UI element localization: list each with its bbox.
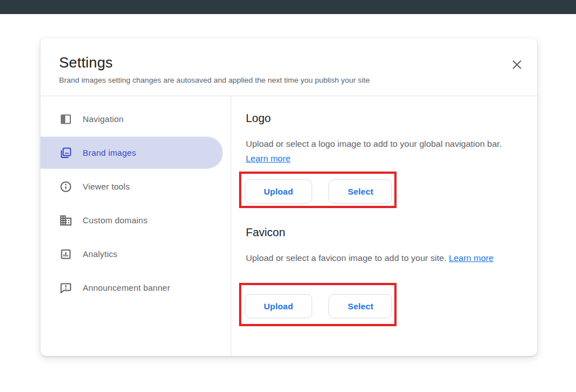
sidebar-item-label: Custom domains (83, 215, 147, 225)
announcement-icon (59, 281, 73, 295)
close-button[interactable] (510, 57, 524, 72)
sidebar-item-label: Analytics (83, 249, 118, 259)
logo-section-heading: Logo (246, 112, 271, 125)
logo-learn-more-link[interactable]: Learn more (246, 154, 290, 163)
favicon-upload-button[interactable]: Upload (245, 294, 312, 318)
sidebar-item-label: Brand images (83, 148, 136, 157)
navigation-icon (59, 112, 73, 126)
close-icon (512, 60, 522, 70)
settings-dialog: Settings Brand images setting changes ar… (40, 38, 537, 356)
annotation-box-logo-buttons: Upload Select (239, 172, 397, 208)
sidebar-item-brand-images[interactable]: Brand images (40, 137, 223, 169)
settings-content: Logo Upload or select a logo image to ad… (231, 96, 537, 356)
screen: Settings Brand images setting changes ar… (0, 0, 576, 392)
building-icon (59, 214, 73, 227)
info-icon (59, 180, 73, 193)
favicon-section-heading: Favicon (246, 226, 285, 239)
brand-images-icon (59, 146, 73, 160)
favicon-select-button[interactable]: Select (328, 294, 392, 318)
settings-sidebar: Navigation Brand images (40, 96, 231, 356)
dialog-subtitle: Brand images setting changes are autosav… (59, 76, 370, 84)
sidebar-item-label: Announcement banner (83, 283, 170, 292)
logo-select-button[interactable]: Select (328, 179, 392, 204)
sidebar-item-analytics[interactable]: Analytics (40, 238, 223, 270)
logo-description-text: Upload or select a logo image to add to … (246, 139, 502, 148)
logo-section-description: Upload or select a logo image to add to … (246, 137, 511, 166)
sidebar-item-navigation[interactable]: Navigation (40, 103, 223, 135)
browser-top-bar (0, 0, 576, 14)
sidebar-item-label: Viewer tools (83, 182, 130, 191)
favicon-description-text: Upload or select a favicon image to add … (246, 253, 449, 263)
logo-upload-button[interactable]: Upload (245, 179, 312, 204)
page-title: Settings (59, 54, 113, 71)
sidebar-item-label: Navigation (83, 114, 124, 124)
annotation-box-favicon-buttons: Upload Select (239, 283, 397, 326)
analytics-icon (59, 247, 73, 261)
sidebar-item-announcement-banner[interactable]: Announcement banner (40, 272, 223, 304)
favicon-learn-more-link[interactable]: Learn more (449, 253, 493, 263)
sidebar-item-custom-domains[interactable]: Custom domains (40, 204, 223, 236)
sidebar-item-viewer-tools[interactable]: Viewer tools (40, 170, 223, 202)
favicon-section-description: Upload or select a favicon image to add … (246, 251, 511, 265)
